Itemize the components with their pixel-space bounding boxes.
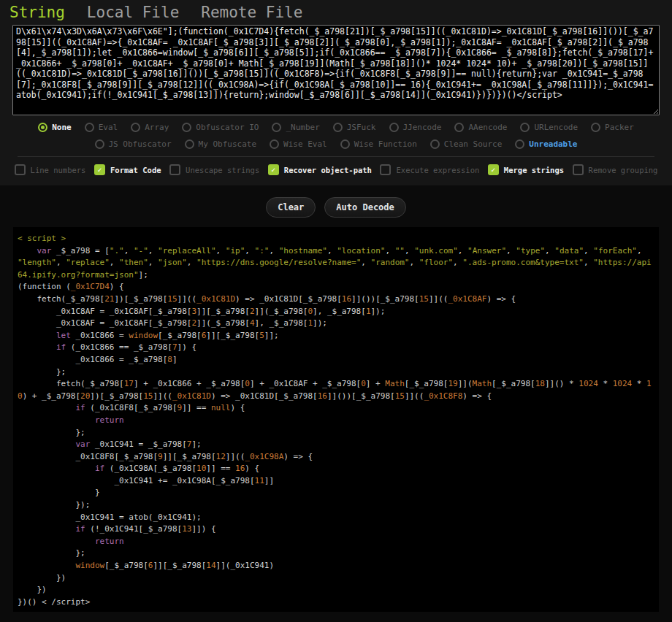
decoder-options-row-2: JS ObfuscatorMy ObfuscateWise EvalWise F… xyxy=(0,139,672,149)
radio-circle-icon xyxy=(182,123,191,132)
code-line: if (_0x1C8F8[_$_a798[9]] == null) { xyxy=(18,402,654,415)
radio-circle-icon xyxy=(591,123,600,132)
checkmark-icon: ✓ xyxy=(488,164,499,175)
code-line: } xyxy=(18,487,654,499)
de4js-app: StringLocal FileRemote File D\x61\x74\x3… xyxy=(0,0,672,622)
code-line: }) xyxy=(18,584,654,596)
radio-wise-eval[interactable]: Wise Eval xyxy=(270,139,327,149)
code-line: })() < /script> xyxy=(18,596,654,609)
radio-circle-icon xyxy=(389,123,399,132)
radio-circle-icon xyxy=(520,123,530,132)
checkbox-label: Merge strings xyxy=(504,166,564,174)
radio-circle-icon xyxy=(38,123,47,132)
radio-circle-icon xyxy=(85,123,94,132)
radio-circle-icon xyxy=(270,139,279,149)
radio-js-obfuscator[interactable]: JS Obfuscator xyxy=(95,139,172,149)
checkbox-line-numbers[interactable]: ✓Line numbers xyxy=(15,164,86,175)
format-options-row: ✓Line numbers✓Format Code✓Unescape strin… xyxy=(0,157,672,184)
radio-label: URLencode xyxy=(534,123,578,132)
code-line: fetch(_$_a798[17] + _0x1C866 + _$_a798[0… xyxy=(18,378,654,402)
radio-label: Wise Eval xyxy=(283,139,327,149)
code-line: }; xyxy=(18,548,654,560)
checkbox-label: Unescape strings xyxy=(186,166,259,174)
code-line: if (_0x1C98A[_$_a798[10]] == 16) { xyxy=(18,463,654,475)
radio-circle-icon xyxy=(454,123,464,132)
checkbox-recover-object-path[interactable]: ✓Recover object-path xyxy=(268,164,372,175)
code-line: if (_0x1C866 == _$_a798[7]) { xyxy=(18,342,654,354)
action-buttons: Clear Auto Decode xyxy=(0,197,672,218)
radio-number[interactable]: _Number xyxy=(272,123,319,132)
radio-circle-icon xyxy=(515,139,524,149)
checkbox-label: Line numbers xyxy=(31,166,86,174)
radio-packer[interactable]: Packer xyxy=(591,123,634,132)
radio-circle-icon xyxy=(131,123,140,132)
radio-label: Array xyxy=(145,123,169,132)
radio-jjencode[interactable]: JJencode xyxy=(389,123,442,132)
radio-clean-source[interactable]: Clean Source xyxy=(430,139,502,149)
code-line: window[_$_a798[6]][_$_a798[14]](_0x1C941… xyxy=(18,560,654,572)
code-line: _0x1C8AF = _0x1C8AF[_$_a798[2]](_$_a798[… xyxy=(18,318,654,330)
code-line: }; xyxy=(18,366,654,379)
radio-eval[interactable]: Eval xyxy=(85,123,118,132)
code-line: }; xyxy=(18,427,654,439)
checkmark-icon: ✓ xyxy=(380,164,391,175)
checkbox-format-code[interactable]: ✓Format Code xyxy=(94,164,161,175)
radio-label: Packer xyxy=(605,123,634,132)
checkmark-icon: ✓ xyxy=(268,164,279,175)
radio-label: None xyxy=(52,123,72,132)
code-line: _0x1C866 = _$_a798[8] xyxy=(18,354,654,366)
radio-circle-icon xyxy=(95,139,104,149)
output-panel[interactable]: < script > var _$_a798 = [".", "-", "rep… xyxy=(13,227,659,612)
radio-obfuscator-io[interactable]: Obfuscator IO xyxy=(182,123,259,132)
code-line: < script > xyxy=(18,233,654,245)
radio-label: Obfuscator IO xyxy=(196,123,259,132)
radio-label: Unreadable xyxy=(529,139,577,149)
code-line: if (!_0x1C941[_$_a798[13]]) { xyxy=(18,523,654,536)
radio-my-obfuscate[interactable]: My Obfuscate xyxy=(185,139,256,149)
output-code: < script > var _$_a798 = [".", "-", "rep… xyxy=(18,233,654,608)
checkbox-label: Remove grouping xyxy=(589,166,658,174)
code-input[interactable]: D\x61\x74\x3D\x6A\x73\x6F\x6E"];(functio… xyxy=(12,25,660,115)
checkbox-unescape-strings[interactable]: ✓Unescape strings xyxy=(169,164,259,175)
radio-jsfuck[interactable]: JSFuck xyxy=(333,123,376,132)
radio-label: JS Obfuscator xyxy=(109,139,172,149)
code-line: _0x1C941 = atob(_0x1C941); xyxy=(18,512,654,524)
radio-label: Eval xyxy=(99,123,118,132)
checkbox-label: Execute expression xyxy=(396,166,479,174)
radio-label: My Obfuscate xyxy=(199,139,256,149)
clear-button[interactable]: Clear xyxy=(266,197,316,218)
radio-circle-icon xyxy=(340,139,350,149)
code-line: fetch(_$_a798[21])[_$_a798[15]]((_0x1C81… xyxy=(18,293,654,306)
checkmark-icon: ✓ xyxy=(573,164,584,175)
radio-circle-icon xyxy=(430,139,440,149)
auto-decode-button[interactable]: Auto Decode xyxy=(324,197,405,218)
checkbox-execute-expression[interactable]: ✓Execute expression xyxy=(380,164,479,175)
code-line: return xyxy=(18,415,654,427)
radio-none[interactable]: None xyxy=(38,123,72,132)
tab-string[interactable]: String xyxy=(9,4,65,21)
checkmark-icon: ✓ xyxy=(15,164,26,175)
radio-array[interactable]: Array xyxy=(131,123,169,132)
checkbox-merge-strings[interactable]: ✓Merge strings xyxy=(488,164,564,175)
radio-unreadable[interactable]: Unreadable xyxy=(515,139,577,149)
radio-label: JJencode xyxy=(403,123,442,132)
input-section: StringLocal FileRemote File D\x61\x74\x3… xyxy=(0,0,672,185)
radio-circle-icon xyxy=(333,123,343,132)
code-line: _0x1C8F8[_$_a798[9]][_$_a798[12]]((_0x1C… xyxy=(18,451,654,464)
radio-circle-icon xyxy=(185,139,194,149)
code-line: _0x1C8AF = _0x1C8AF[_$_a798[3]][_$_a798[… xyxy=(18,306,654,318)
tab-local-file[interactable]: Local File xyxy=(87,4,179,21)
radio-label: AAencode xyxy=(468,123,507,132)
code-line: (function (_0x1C7D4) { xyxy=(18,281,654,293)
checkbox-remove-grouping[interactable]: ✓Remove grouping xyxy=(573,164,658,175)
checkmark-icon: ✓ xyxy=(94,164,105,175)
radio-wise-function[interactable]: Wise Function xyxy=(340,139,417,149)
tab-remote-file[interactable]: Remote File xyxy=(201,4,302,21)
radio-urlencode[interactable]: URLencode xyxy=(520,123,578,132)
radio-label: JSFuck xyxy=(347,123,376,132)
radio-label: Clean Source xyxy=(444,139,502,149)
code-line: return xyxy=(18,536,654,548)
radio-circle-icon xyxy=(272,123,281,132)
radio-label: Wise Function xyxy=(354,139,417,149)
radio-aaencode[interactable]: AAencode xyxy=(454,123,507,132)
